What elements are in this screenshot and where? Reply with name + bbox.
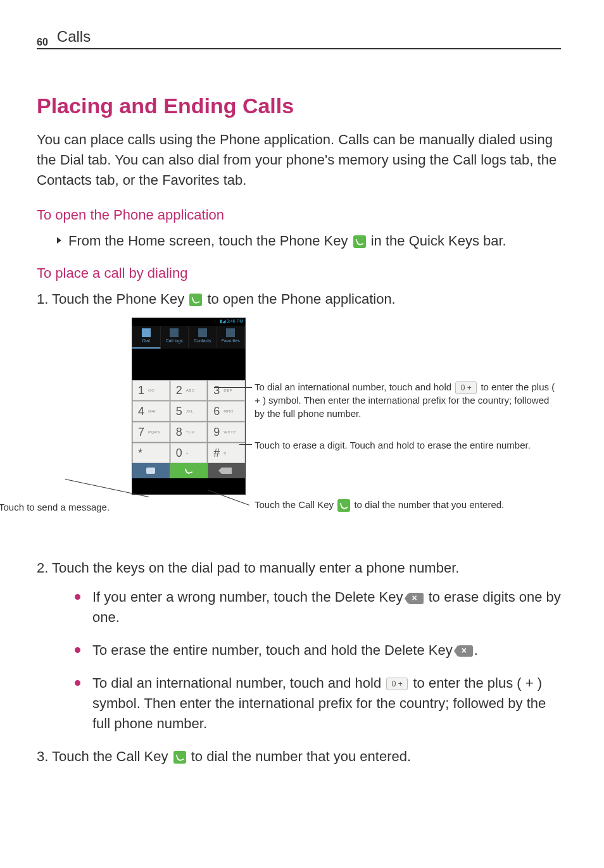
section-title: Calls	[57, 28, 91, 46]
subheading-place-call: To place a call by dialing	[37, 265, 561, 282]
delete-key-icon	[458, 645, 473, 657]
status-bar: ▮◢ 3:46 PM	[132, 318, 245, 326]
step-3: 3. Touch the Call Key to dial the number…	[37, 747, 561, 767]
bullet-wrong-number: If you enter a wrong number, touch the D…	[75, 587, 561, 628]
step-1: 1. Touch the Phone Key to open the Phone…	[37, 289, 561, 309]
key-4[interactable]: 4GHI	[132, 401, 170, 421]
backspace-icon	[222, 468, 232, 474]
callout-international: To dial an international number, touch a…	[255, 381, 558, 420]
tab-bar: Dial Call logs Contacts Favorites	[132, 326, 245, 349]
tab-dial[interactable]: Dial	[132, 326, 161, 349]
key-2[interactable]: 2ABC	[170, 380, 208, 400]
key-star[interactable]: *	[132, 443, 170, 463]
zero-key-icon	[455, 381, 477, 394]
signal-icon: ▮◢	[220, 319, 227, 323]
call-button[interactable]	[170, 463, 208, 478]
tab-contacts[interactable]: Contacts	[189, 326, 217, 349]
phone-mockup: ▮◢ 3:46 PM Dial Call logs Contacts Favor…	[132, 318, 246, 495]
key-6[interactable]: 6MNO	[208, 401, 245, 421]
call-icon	[185, 467, 193, 475]
star-icon	[226, 328, 235, 337]
dial-icon	[142, 328, 151, 337]
bullet-erase-all: To erase the entire number, touch and ho…	[75, 640, 561, 660]
tab-favorites[interactable]: Favorites	[217, 326, 246, 349]
callout-line	[239, 444, 252, 445]
voicemail-icon: ⚲	[223, 451, 227, 456]
dial-pad: 1OO 2ABC 3DEF 4GHI 5JKL 6MNO 7PQRS 8TUV …	[132, 380, 245, 463]
key-3[interactable]: 3DEF	[208, 380, 245, 400]
phone-key-icon	[353, 235, 366, 248]
callout-line	[214, 387, 252, 388]
call-key-icon	[337, 499, 350, 512]
step-2: 2. Touch the keys on the dial pad to man…	[37, 558, 561, 578]
page-header: 60 Calls	[37, 28, 561, 49]
logs-icon	[170, 328, 179, 337]
callout-message: Touch to send a message.	[0, 501, 163, 514]
zero-key-icon	[386, 678, 408, 690]
key-0[interactable]: 0+	[170, 443, 208, 463]
message-icon	[146, 468, 155, 474]
key-5[interactable]: 5JKL	[170, 401, 208, 421]
key-1[interactable]: 1OO	[132, 380, 170, 400]
key-7[interactable]: 7PQRS	[132, 422, 170, 442]
callout-call-key: Touch the Call Key to dial the number th…	[255, 499, 533, 512]
phone-key-icon	[189, 294, 202, 306]
triangle-bullet-icon	[57, 237, 61, 244]
intro-paragraph: You can place calls using the Phone appl…	[37, 130, 561, 190]
delete-key-icon	[408, 593, 424, 604]
page-number: 60	[37, 37, 48, 48]
action-row	[132, 463, 245, 478]
tab-call-logs[interactable]: Call logs	[161, 326, 189, 349]
key-hash[interactable]: #⚲	[208, 443, 245, 463]
callout-erase: Touch to erase a digit. Touch and hold t…	[255, 439, 558, 452]
delete-button[interactable]	[208, 463, 245, 478]
main-heading: Placing and Ending Calls	[37, 94, 561, 118]
subheading-open-app: To open the Phone application	[37, 207, 561, 223]
number-display	[132, 349, 245, 380]
bullet-international: To dial an international number, touch a…	[75, 673, 561, 734]
message-button[interactable]	[132, 463, 170, 478]
bullet-list: If you enter a wrong number, touch the D…	[37, 587, 561, 733]
call-key-icon	[173, 751, 186, 764]
key-8[interactable]: 8TUV	[170, 422, 208, 442]
key-9[interactable]: 9WXYZ	[208, 422, 245, 442]
instruction-open-app: From the Home screen, touch the Phone Ke…	[37, 231, 561, 251]
phone-screenshot-diagram: ▮◢ 3:46 PM Dial Call logs Contacts Favor…	[37, 318, 561, 533]
contacts-icon	[198, 328, 207, 337]
